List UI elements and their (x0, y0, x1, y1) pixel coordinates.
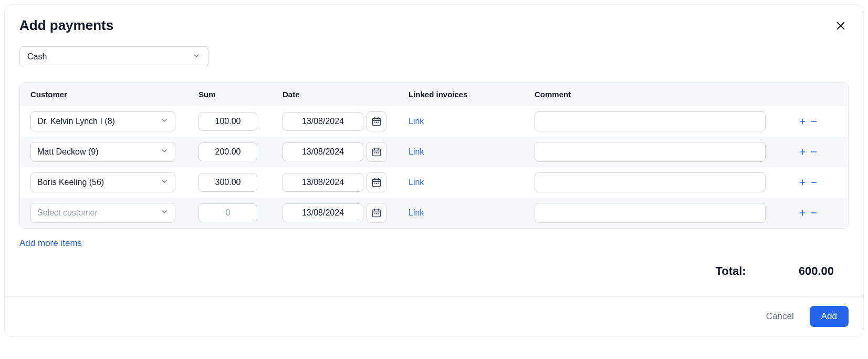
comment-input[interactable] (535, 142, 766, 162)
chevron-down-icon (160, 208, 169, 218)
remove-row-button[interactable] (810, 209, 818, 217)
calendar-icon (371, 147, 382, 157)
modal-title: Add payments (19, 17, 113, 34)
svg-point-16 (374, 152, 375, 153)
minus-icon (810, 178, 818, 187)
chevron-down-icon (160, 177, 169, 188)
table-row: Dr. Kelvin Lynch I (8) Link (20, 106, 848, 137)
minus-icon (810, 117, 818, 126)
date-input[interactable] (283, 112, 363, 131)
header-date: Date (283, 90, 409, 99)
total-label: Total: (715, 264, 746, 278)
add-payments-modal: Add payments Cash Customer Sum Date Link… (4, 4, 864, 337)
table-row: Select customer Link (20, 198, 848, 228)
calendar-button[interactable] (367, 111, 386, 131)
customer-select[interactable]: Select customer (30, 203, 175, 223)
sum-input[interactable] (198, 173, 257, 192)
comment-input[interactable] (535, 111, 766, 131)
svg-point-7 (377, 122, 377, 122)
calendar-icon (371, 116, 382, 127)
svg-point-6 (374, 122, 375, 122)
calendar-button[interactable] (367, 203, 386, 223)
add-button[interactable]: Add (810, 306, 849, 327)
minus-icon (810, 148, 818, 156)
calendar-icon (371, 177, 382, 188)
svg-point-8 (378, 122, 379, 122)
modal-header: Add payments (5, 5, 863, 39)
close-button[interactable] (833, 18, 849, 34)
table-body: Dr. Kelvin Lynch I (8) Link (20, 106, 848, 228)
header-sum: Sum (198, 90, 283, 99)
table-row: Matt Deckow (9) Link (20, 137, 848, 167)
svg-point-36 (374, 213, 375, 214)
add-more-items-link[interactable]: Add more items (19, 238, 82, 249)
sum-input[interactable] (198, 203, 257, 222)
comment-input[interactable] (535, 203, 766, 223)
date-input[interactable] (283, 173, 363, 192)
customer-value: Boris Keeling (56) (37, 178, 104, 187)
svg-point-26 (374, 183, 375, 183)
calendar-button[interactable] (367, 142, 386, 162)
add-row-button[interactable] (798, 178, 807, 187)
remove-row-button[interactable] (810, 148, 818, 156)
modal-footer: Cancel Add (5, 296, 863, 336)
remove-row-button[interactable] (810, 117, 818, 126)
plus-icon (798, 148, 807, 156)
table-row: Boris Keeling (56) Link (20, 167, 848, 198)
chevron-down-icon (160, 116, 169, 127)
svg-point-37 (377, 213, 377, 214)
payment-method-select[interactable]: Cash (19, 46, 208, 67)
header-linked: Linked invoices (409, 90, 535, 99)
date-input[interactable] (283, 142, 363, 161)
add-row-button[interactable] (798, 209, 807, 217)
total-row: Total: 600.00 (19, 249, 849, 291)
customer-value: Matt Deckow (9) (37, 147, 98, 157)
sum-input[interactable] (198, 142, 257, 161)
add-row-button[interactable] (798, 148, 807, 156)
comment-input[interactable] (535, 172, 766, 192)
customer-select[interactable]: Boris Keeling (56) (30, 172, 175, 192)
svg-point-38 (378, 213, 379, 214)
calendar-button[interactable] (367, 172, 386, 192)
svg-point-18 (378, 152, 379, 153)
calendar-icon (371, 208, 382, 218)
link-invoice-link[interactable]: Link (409, 147, 424, 156)
payments-table: Customer Sum Date Linked invoices Commen… (19, 82, 849, 229)
plus-icon (798, 209, 807, 217)
chevron-down-icon (192, 52, 201, 62)
svg-point-27 (377, 183, 377, 183)
link-invoice-link[interactable]: Link (409, 208, 424, 217)
svg-point-17 (377, 152, 377, 153)
modal-body: Cash Customer Sum Date Linked invoices C… (5, 39, 863, 296)
remove-row-button[interactable] (810, 178, 818, 187)
total-value: 600.00 (799, 264, 834, 278)
svg-point-28 (378, 183, 379, 183)
plus-icon (798, 117, 807, 126)
table-header: Customer Sum Date Linked invoices Commen… (20, 83, 848, 106)
customer-select[interactable]: Matt Deckow (9) (30, 142, 175, 162)
date-input[interactable] (283, 203, 363, 222)
close-icon (835, 20, 846, 32)
plus-icon (798, 178, 807, 187)
add-row-button[interactable] (798, 117, 807, 126)
link-invoice-link[interactable]: Link (409, 117, 424, 126)
payment-method-value: Cash (27, 52, 47, 61)
customer-placeholder: Select customer (37, 208, 98, 218)
customer-select[interactable]: Dr. Kelvin Lynch I (8) (30, 111, 175, 131)
cancel-button[interactable]: Cancel (761, 307, 799, 326)
minus-icon (810, 209, 818, 217)
sum-input[interactable] (198, 112, 257, 131)
header-comment: Comment (535, 90, 766, 99)
chevron-down-icon (160, 147, 169, 157)
header-customer: Customer (30, 90, 198, 99)
link-invoice-link[interactable]: Link (409, 178, 424, 187)
customer-value: Dr. Kelvin Lynch I (8) (37, 117, 115, 126)
